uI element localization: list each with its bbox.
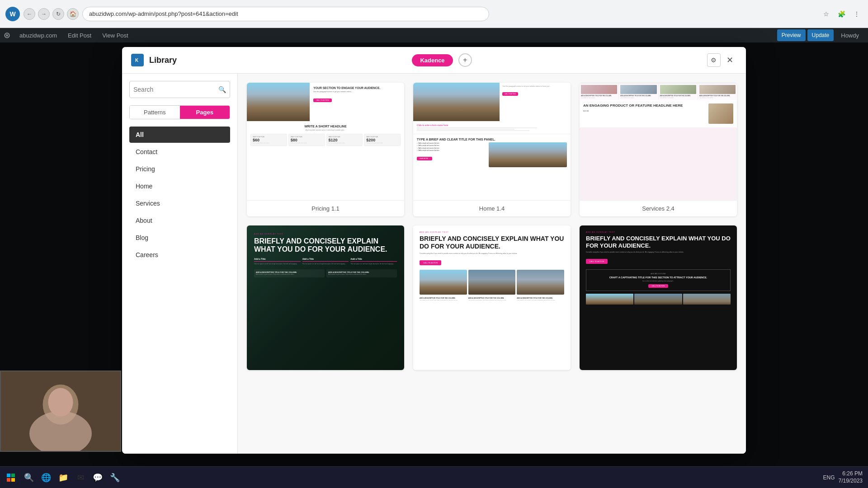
kadence-button[interactable]: Kadence — [412, 54, 453, 66]
hero-dark2-cta: CALL TO ACTION — [586, 259, 608, 264]
home-preview: Use this paragraph section to set your w… — [413, 83, 571, 200]
services-label: Services 2.4 — [580, 200, 737, 216]
close-button[interactable]: ✕ — [723, 53, 737, 67]
card-hero-dark[interactable]: ADD AN OVERLAY TEXT BRIEFLY AND CONCISEL… — [247, 225, 404, 370]
services-preview: ADD A DESCRIPTIVE TITLE FOR THE COLUMN. … — [580, 83, 737, 200]
browser-chrome: W ← → ↻ 🏠 abuzidwp.com/wp-admin/post.php… — [0, 0, 868, 28]
browser-actions: ☆ 🧩 ⋮ — [820, 8, 863, 20]
card-hero-dark2[interactable]: ADD AN OVERLAY TEXT BRIEFLY AND CONCISEL… — [580, 225, 737, 370]
hero-overlay-text: ADD AN OVERLAY TEXT — [254, 233, 397, 235]
tab-patterns[interactable]: Patterns — [130, 106, 180, 119]
svg-rect-9 — [7, 478, 10, 482]
hero-title: YOUR SECTION TO ENGAGE YOUR AUDIENCE. — [313, 86, 401, 89]
wp-admin-bar: ⊛ abuzidwp.com Edit Post View Post Previ… — [0, 28, 868, 42]
search-icon[interactable]: 🔍 — [218, 86, 226, 93]
hero-dark2-title: BRIEFLY AND CONCISELY EXPLAIN WHAT YOU D… — [586, 235, 731, 249]
home-button[interactable]: 🏠 — [67, 8, 79, 20]
star-button[interactable]: ☆ — [820, 8, 832, 20]
taskbar-browser[interactable]: 🌐 — [38, 469, 54, 486]
card-services[interactable]: ADD A DESCRIPTIVE TITLE FOR THE COLUMN. … — [580, 83, 737, 216]
library-body: 🔍 Patterns Pages All Contact Pricing Hom… — [122, 74, 746, 454]
filter-tabs: Patterns Pages — [129, 105, 230, 119]
taskbar-clock: 6:26 PM 7/19/2023 — [839, 470, 863, 484]
url-text: abuzidwp.com/wp-admin/post.php?post=641&… — [89, 10, 238, 17]
extensions-button[interactable]: 🧩 — [835, 8, 847, 20]
browser-controls: ← → ↻ 🏠 — [24, 8, 79, 20]
admin-edit[interactable]: Edit Post — [62, 28, 97, 42]
admin-view[interactable]: View Post — [97, 28, 134, 42]
taskbar: 🔍 🌐 📁 ✉ 💬 🔧 ENG 6:26 PM 7/19/2023 — [0, 466, 868, 488]
admin-site-name[interactable]: abuzidwp.com — [14, 28, 62, 42]
sidebar-item-services[interactable]: Services — [129, 195, 230, 211]
library-logo[interactable]: K — [131, 54, 144, 66]
hero-dark-preview: ADD AN OVERLAY TEXT BRIEFLY AND CONCISEL… — [247, 225, 404, 370]
sidebar-item-careers[interactable]: Careers — [129, 247, 230, 263]
outline-text: Use a clear and attention grabbing short… — [589, 280, 727, 282]
plan-1-price: $60 — [253, 138, 285, 142]
taskbar-mail[interactable]: ✉ — [72, 469, 89, 486]
wordpress-logo: W — [5, 7, 20, 21]
address-bar[interactable]: abuzidwp.com/wp-admin/post.php?post=641&… — [82, 7, 489, 21]
card-hero-light[interactable]: ADD AN OVERLAY TEXT BRIEFLY AND CONCISEL… — [413, 225, 571, 370]
taskbar-files[interactable]: 📁 — [55, 469, 71, 486]
taskbar-search[interactable]: 🔍 — [21, 469, 37, 486]
hero-dark2-sub: Consider using this if you need to provi… — [586, 251, 702, 253]
hero-main-title: BRIEFLY AND CONCISELY EXPLAIN WHAT YOU D… — [254, 237, 397, 254]
pricing-headline: WRITE A SHORT HEADLINE — [250, 125, 401, 128]
hero-light-cta: CALL TO ACTION — [420, 260, 441, 265]
svg-rect-7 — [7, 474, 10, 477]
services-product-title: AN ENGAGING PRODUCT OR FEATURE HEADLINE … — [583, 103, 707, 108]
pricing-preview: YOUR SECTION TO ENGAGE YOUR AUDIENCE. Us… — [247, 83, 404, 200]
col1-title: Add a Title — [254, 258, 301, 260]
home-panel-title: TYPE A BRIEF AND CLEAR TITLE FOR THIS PA… — [417, 138, 567, 141]
hero-dark2-overlay: ADD AN OVERLAY TEXT — [586, 231, 731, 233]
taskbar-app2[interactable]: 🔧 — [107, 469, 123, 486]
refresh-button[interactable]: ↻ — [52, 8, 64, 20]
svg-point-6 — [48, 388, 73, 417]
hero-light-sub: Consider using this if you need to provi… — [420, 253, 528, 254]
taskbar-lang: ENG — [823, 474, 835, 481]
home-label: Home 1.4 — [413, 200, 571, 216]
svg-rect-8 — [11, 474, 15, 477]
hero-light-overlay: ADD AN OVERLAY TEXT — [420, 231, 564, 233]
search-box[interactable]: 🔍 — [129, 81, 230, 98]
library-title: Library — [149, 56, 177, 65]
update-button[interactable]: Update — [807, 29, 834, 41]
sidebar-item-contact[interactable]: Contact — [129, 144, 230, 160]
sidebar-item-home[interactable]: Home — [129, 178, 230, 194]
back-button[interactable]: ← — [24, 8, 35, 20]
outline-title: CRAFT A CAPTIVATING TITLE FOR THIS SECTI… — [589, 276, 727, 279]
sidebar-item-blog[interactable]: Blog — [129, 230, 230, 246]
library-main[interactable]: YOUR SECTION TO ENGAGE YOUR AUDIENCE. Us… — [238, 74, 746, 454]
tab-pages[interactable]: Pages — [180, 106, 230, 119]
library-header: K Library Kadence + ⚙ ✕ — [122, 47, 746, 74]
taskbar-right: ENG 6:26 PM 7/19/2023 — [823, 470, 866, 484]
svg-rect-10 — [11, 478, 15, 482]
settings-button[interactable]: ⚙ — [707, 53, 721, 67]
preview-button[interactable]: Preview — [777, 29, 806, 41]
pricing-label: Pricing 1.1 — [247, 200, 404, 216]
menu-button[interactable]: ⋮ — [851, 8, 863, 20]
search-input[interactable] — [133, 86, 218, 93]
hero-light-preview: ADD AN OVERLAY TEXT BRIEFLY AND CONCISEL… — [413, 225, 571, 370]
wp-logo[interactable]: ⊛ — [4, 30, 10, 40]
admin-user[interactable]: Howdy — [835, 28, 864, 42]
cards-grid: YOUR SECTION TO ENGAGE YOUR AUDIENCE. Us… — [247, 83, 737, 370]
taskbar-app1[interactable]: 💬 — [90, 469, 106, 486]
forward-button[interactable]: → — [38, 8, 50, 20]
admin-right: Preview Update Howdy — [777, 28, 864, 42]
sidebar-item-all[interactable]: All — [129, 127, 230, 143]
plus-button[interactable]: + — [458, 53, 472, 67]
sidebar-item-pricing[interactable]: Pricing — [129, 161, 230, 177]
sidebar-menu: All Contact Pricing Home Services About … — [129, 127, 230, 263]
webcam-feed — [1, 371, 120, 451]
library-sidebar: 🔍 Patterns Pages All Contact Pricing Hom… — [122, 74, 238, 454]
card-home[interactable]: Use this paragraph section to set your w… — [413, 83, 571, 216]
card-pricing[interactable]: YOUR SECTION TO ENGAGE YOUR AUDIENCE. Us… — [247, 83, 404, 216]
start-button[interactable] — [2, 469, 20, 487]
col2-title: Add a Title — [302, 258, 349, 260]
webcam — [0, 371, 121, 452]
sidebar-item-about[interactable]: About — [129, 212, 230, 229]
taskbar-time-value: 6:26 PM — [839, 470, 863, 478]
taskbar-date-value: 7/19/2023 — [839, 478, 863, 485]
